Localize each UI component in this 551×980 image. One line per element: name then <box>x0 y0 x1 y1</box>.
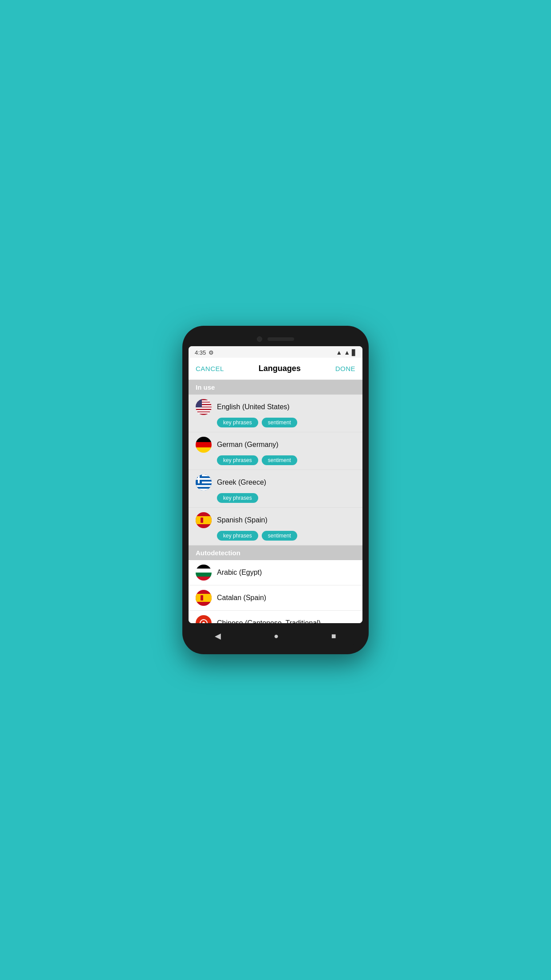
language-name-gr: Greek (Greece) <box>217 478 266 486</box>
flag-icon-es <box>196 512 212 528</box>
phone-screen: 4:35 ⚙ ▲ ▲ ▊ CANCEL Languages DONE In us… <box>189 346 362 623</box>
language-name-zh-hk: Chinese (Cantonese, Traditional) <box>217 619 321 623</box>
list-item[interactable]: Chinese (Cantonese, Traditional) <box>189 611 362 623</box>
tag-sentiment: sentiment <box>262 531 297 541</box>
language-row-de: German (Germany) <box>196 437 355 453</box>
status-bar: 4:35 ⚙ ▲ ▲ ▊ <box>189 346 362 358</box>
flag-icon-ca <box>196 590 212 606</box>
flag-icon-hk <box>196 615 212 623</box>
language-row-en: English (United States) <box>196 399 355 415</box>
svg-rect-5 <box>196 489 212 490</box>
language-name-es: Spanish (Spain) <box>217 516 268 524</box>
flag-icon-de <box>196 437 212 453</box>
language-name-ar: Arabic (Egypt) <box>217 569 262 577</box>
language-row-ar: Arabic (Egypt) <box>196 565 355 581</box>
top-action-bar: CANCEL Languages DONE <box>189 358 362 380</box>
phone-top-bar <box>189 334 362 346</box>
section-header-in-use: In use <box>189 380 362 395</box>
phone-shell: 4:35 ⚙ ▲ ▲ ▊ CANCEL Languages DONE In us… <box>182 326 369 654</box>
language-row-zh-hk: Chinese (Cantonese, Traditional) <box>196 615 355 623</box>
svg-rect-15 <box>196 577 212 581</box>
camera-icon <box>257 336 262 342</box>
svg-rect-4 <box>196 485 212 487</box>
svg-rect-17 <box>196 594 212 602</box>
wifi-icon: ▲ <box>336 349 342 356</box>
list-item[interactable]: German (Germany) key phrases sentiment <box>189 432 362 470</box>
settings-icon: ⚙ <box>209 349 214 356</box>
tag-key-phrases: key phrases <box>217 493 258 503</box>
recents-button[interactable]: ■ <box>331 632 336 641</box>
tags-es: key phrases sentiment <box>196 531 355 541</box>
language-name-de: German (Germany) <box>217 441 279 449</box>
tag-key-phrases: key phrases <box>217 455 258 465</box>
svg-rect-14 <box>196 573 212 577</box>
tag-key-phrases: key phrases <box>217 418 258 427</box>
language-name-ca: Catalan (Spain) <box>217 594 266 602</box>
list-item[interactable]: Catalan (Spain) <box>189 585 362 611</box>
svg-rect-10 <box>196 516 212 524</box>
language-row-es: Spanish (Spain) <box>196 512 355 528</box>
tags-de: key phrases sentiment <box>196 455 355 465</box>
svg-rect-11 <box>201 518 203 523</box>
tags-en: key phrases sentiment <box>196 418 355 427</box>
list-item[interactable]: Arabic (Egypt) <box>189 560 362 585</box>
language-name-en: English (United States) <box>217 403 290 411</box>
svg-rect-8 <box>196 478 202 480</box>
phone-nav-bar: ◀ ● ■ <box>189 626 362 646</box>
svg-rect-12 <box>196 565 212 569</box>
tag-sentiment: sentiment <box>262 418 297 427</box>
svg-rect-18 <box>201 595 203 601</box>
flag-icon-ar <box>196 565 212 581</box>
speaker-icon <box>268 337 294 341</box>
time-display: 4:35 <box>195 349 206 356</box>
section-header-autodetection: Autodetection <box>189 545 362 560</box>
tag-key-phrases: key phrases <box>217 531 258 541</box>
language-list: In use English (United States) key phras… <box>189 380 362 623</box>
back-button[interactable]: ◀ <box>215 631 221 641</box>
done-button[interactable]: DONE <box>335 365 355 372</box>
svg-rect-13 <box>196 569 212 573</box>
battery-icon: ▊ <box>352 349 356 356</box>
page-title: Languages <box>259 364 301 373</box>
language-row-gr: Greek (Greece) <box>196 474 355 490</box>
home-button[interactable]: ● <box>274 632 279 641</box>
list-item[interactable]: English (United States) key phrases sent… <box>189 395 362 432</box>
signal-icon: ▲ <box>344 349 350 356</box>
flag-icon-gr <box>196 474 212 490</box>
language-row-ca: Catalan (Spain) <box>196 590 355 606</box>
tags-gr: key phrases <box>196 493 355 503</box>
tag-sentiment: sentiment <box>262 455 297 465</box>
cancel-button[interactable]: CANCEL <box>196 365 224 372</box>
list-item[interactable]: Greek (Greece) key phrases <box>189 470 362 508</box>
list-item[interactable]: Spanish (Spain) key phrases sentiment <box>189 508 362 545</box>
status-right: ▲ ▲ ▊ <box>336 349 356 356</box>
status-left: 4:35 ⚙ <box>195 349 214 356</box>
flag-icon-us <box>196 399 212 415</box>
